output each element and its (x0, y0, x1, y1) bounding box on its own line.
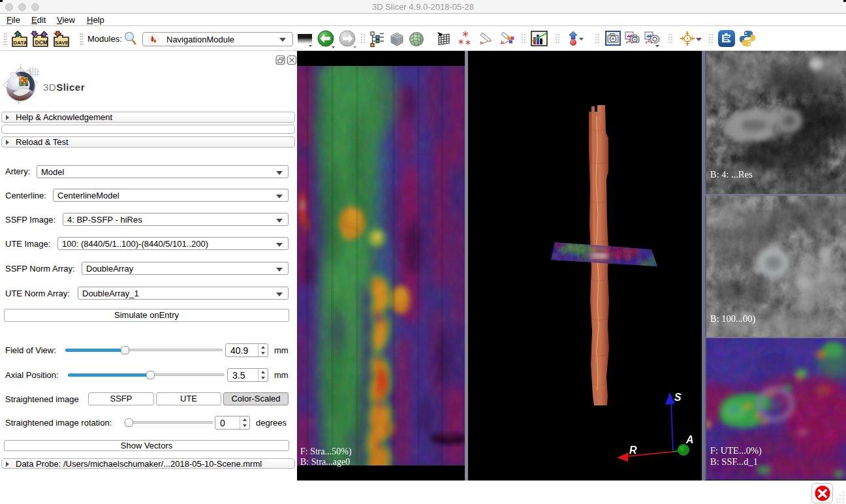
svg-text:DCM: DCM (35, 39, 48, 46)
svg-text:F: UTE...0%): F: UTE...0%) (710, 445, 762, 456)
svg-text:SAVE: SAVE (55, 40, 69, 46)
svg-text:B: 4: ...Res: B: 4: ...Res (710, 169, 753, 180)
svg-text:B: 100...00): B: 100...00) (710, 313, 755, 324)
svg-text:S: S (674, 392, 682, 403)
svg-text:DATA: DATA (14, 40, 27, 46)
svg-text:R: R (629, 445, 637, 456)
svg-text:B: SSF...d_1: B: SSF...d_1 (710, 456, 758, 467)
svg-text:A: A (685, 434, 694, 445)
